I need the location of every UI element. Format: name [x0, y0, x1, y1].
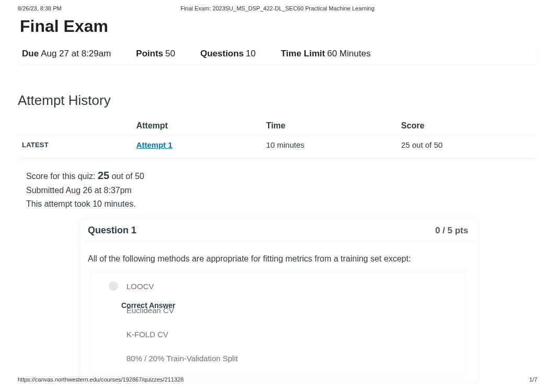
history-col-time: Time [262, 117, 397, 135]
score-prefix: Score for this quiz: [26, 172, 98, 181]
attempt-history-table-wrap: Attempt Time Score LATEST Attempt 1 10 m… [18, 117, 537, 158]
score-value: 25 [98, 170, 109, 181]
print-header: 8/26/23, 8:38 PM Final Exam: 2023SU_MS_D… [0, 0, 555, 11]
attempt-history-table: Attempt Time Score LATEST Attempt 1 10 m… [18, 117, 537, 155]
history-time: 10 minutes [262, 135, 397, 155]
answers-block: LOOCV Correct Answer Euclidean CV [90, 271, 466, 375]
meta-points: Points50 [136, 49, 175, 59]
page-title: Final Exam [20, 17, 537, 36]
meta-timelimit-value: 60 Minutes [327, 49, 371, 58]
footer-page: 1/7 [529, 376, 537, 383]
answer-text: 80% / 20% Train-Validation Split [126, 354, 238, 363]
score-summary: Score for this quiz: 25 out of 50 Submit… [18, 167, 537, 210]
answer-option: LOOCV [94, 277, 462, 295]
meta-due-value: Aug 27 at 8:29am [41, 49, 111, 58]
history-col-blank [18, 117, 132, 135]
question-prompt: All of the following methods are appropr… [88, 254, 468, 264]
meta-timelimit: Time Limit60 Minutes [281, 49, 371, 59]
footer-url: https://canvas.northwestern.edu/courses/… [18, 376, 183, 383]
meta-due-label: Due [22, 49, 39, 58]
answer-text: LOOCV [126, 282, 154, 291]
submitted-line: Submitted Aug 26 at 8:37pm [26, 184, 529, 197]
question-card: Question 1 0 / 5 pts All of the followin… [80, 220, 478, 381]
answer-text: K-FOLD CV [126, 330, 168, 339]
history-latest-badge: LATEST [18, 135, 132, 155]
correct-answer-label: Correct Answer [121, 301, 176, 310]
question-header: Question 1 0 / 5 pts [80, 220, 478, 242]
question-title: Question 1 [88, 225, 136, 236]
print-footer: https://canvas.northwestern.edu/courses/… [18, 376, 537, 383]
table-row: LATEST Attempt 1 10 minutes 25 out of 50 [18, 135, 537, 155]
attempt-history-heading: Attempt History [18, 92, 537, 109]
question-points: 0 / 5 pts [435, 225, 468, 236]
score-suffix: out of 50 [109, 172, 144, 181]
answer-option: K-FOLD CV [94, 325, 462, 343]
attempt-link[interactable]: Attempt 1 [136, 140, 172, 149]
print-doc-title: Final Exam: 2023SU_MS_DSP_422-DL_SEC60 P… [0, 5, 555, 11]
duration-line: This attempt took 10 minutes. [26, 197, 529, 211]
meta-timelimit-label: Time Limit [281, 49, 325, 58]
history-col-score: Score [397, 117, 537, 135]
answer-option: 80% / 20% Train-Validation Split [94, 349, 462, 367]
print-datetime: 8/26/23, 8:38 PM [18, 5, 62, 11]
meta-questions-value: 10 [246, 49, 256, 58]
quiz-meta-bar: DueAug 27 at 8:29am Points50 Questions10… [18, 44, 537, 64]
history-score: 25 out of 50 [397, 135, 537, 155]
meta-questions: Questions10 [200, 49, 256, 59]
radio-icon [109, 281, 118, 291]
meta-due: DueAug 27 at 8:29am [22, 49, 111, 59]
meta-points-label: Points [136, 49, 163, 58]
meta-questions-label: Questions [200, 49, 244, 58]
meta-points-value: 50 [165, 49, 175, 58]
history-col-attempt: Attempt [132, 117, 262, 135]
